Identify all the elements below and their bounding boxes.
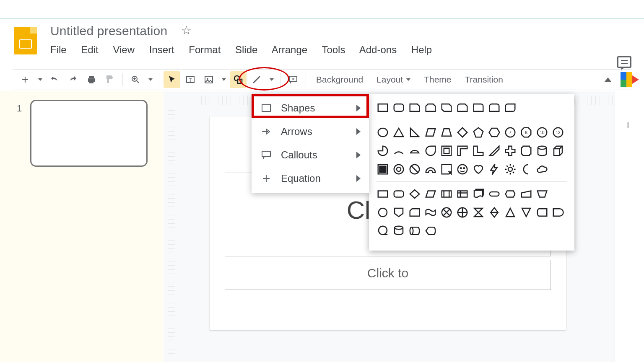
shape-round-one[interactable] bbox=[472, 101, 485, 114]
shape-no-symbol[interactable] bbox=[408, 163, 421, 176]
menu-slide[interactable]: Slide bbox=[235, 44, 257, 55]
menu-file[interactable]: File bbox=[50, 44, 67, 55]
shape-diamond[interactable] bbox=[456, 126, 469, 139]
shape-smiley[interactable] bbox=[456, 163, 469, 176]
shape-snip-round[interactable] bbox=[456, 101, 469, 114]
subtitle-placeholder[interactable]: Click to bbox=[225, 260, 551, 290]
new-slide-button[interactable]: + bbox=[17, 71, 34, 88]
shape-heart[interactable] bbox=[472, 163, 485, 176]
shape-half-frame[interactable] bbox=[456, 145, 469, 157]
shape-fc-card[interactable] bbox=[408, 206, 421, 219]
shape-diag-stripe[interactable] bbox=[488, 145, 501, 157]
shape-fc-collate[interactable] bbox=[472, 206, 485, 219]
shape-fc-manual-op[interactable] bbox=[536, 188, 548, 200]
menu-item-equation[interactable]: Equation bbox=[252, 167, 369, 190]
shape-fc-terminator[interactable] bbox=[488, 188, 501, 200]
star-icon[interactable]: ☆ bbox=[181, 23, 192, 37]
shape-round-top[interactable] bbox=[488, 101, 501, 114]
shape-fc-display[interactable] bbox=[424, 225, 437, 237]
shape-cross[interactable] bbox=[504, 145, 517, 157]
redo-button[interactable] bbox=[65, 71, 81, 88]
shape-fc-magnetic[interactable] bbox=[392, 225, 405, 237]
shape-fc-tape[interactable] bbox=[424, 206, 437, 219]
shape-fc-manual-input[interactable] bbox=[520, 188, 532, 200]
shape-cube[interactable] bbox=[552, 145, 564, 157]
shape-frame[interactable] bbox=[440, 145, 453, 157]
shape-sun[interactable] bbox=[504, 163, 517, 176]
shape-round-diag[interactable] bbox=[504, 101, 517, 114]
comment-button[interactable] bbox=[285, 71, 301, 88]
shape-fc-offpage[interactable] bbox=[392, 206, 405, 219]
shape-can[interactable] bbox=[536, 145, 548, 157]
shape-triangle[interactable] bbox=[392, 126, 405, 139]
shape-fc-direct[interactable] bbox=[408, 225, 421, 237]
shape-chord[interactable] bbox=[408, 145, 421, 157]
shape-fc-preparation[interactable] bbox=[504, 188, 517, 200]
menu-edit[interactable]: Edit bbox=[81, 44, 98, 55]
shape-hexagon[interactable] bbox=[488, 126, 501, 139]
shape-decagon[interactable]: 10 bbox=[536, 126, 548, 139]
shape-folded-corner[interactable] bbox=[440, 163, 453, 176]
menu-tools[interactable]: Tools bbox=[322, 44, 345, 55]
shape-fc-internal[interactable] bbox=[456, 188, 469, 200]
shape-snip-diag[interactable] bbox=[440, 101, 453, 114]
shape-fc-merge[interactable] bbox=[520, 206, 532, 219]
shape-pentagon[interactable] bbox=[472, 126, 485, 139]
print-button[interactable] bbox=[83, 71, 100, 88]
zoom-button[interactable] bbox=[127, 71, 144, 88]
menu-addons[interactable]: Add-ons bbox=[359, 44, 397, 55]
shape-heptagon[interactable]: 7 bbox=[504, 126, 517, 139]
shape-bevel[interactable] bbox=[377, 163, 389, 176]
shape-fc-stored[interactable] bbox=[536, 206, 548, 219]
shape-fc-sum[interactable] bbox=[440, 206, 453, 219]
image-tool[interactable] bbox=[200, 71, 217, 88]
textbox-tool[interactable]: T bbox=[182, 71, 199, 88]
shape-fc-process[interactable] bbox=[377, 188, 389, 200]
shape-snip-corner[interactable] bbox=[408, 101, 421, 114]
shape-fc-data[interactable] bbox=[424, 188, 437, 200]
slide-thumbnail-1[interactable] bbox=[30, 100, 148, 167]
shape-fc-sort[interactable] bbox=[488, 206, 501, 219]
shape-arc[interactable] bbox=[392, 145, 405, 157]
shape-rectangle[interactable] bbox=[377, 101, 389, 114]
shape-tool[interactable] bbox=[230, 71, 247, 88]
background-button[interactable]: Background bbox=[310, 75, 369, 85]
undo-button[interactable] bbox=[46, 71, 63, 88]
image-dropdown[interactable] bbox=[219, 71, 228, 88]
menu-format[interactable]: Format bbox=[189, 44, 221, 55]
line-dropdown[interactable] bbox=[267, 71, 276, 88]
shape-dodecagon[interactable]: 12 bbox=[552, 126, 564, 139]
shape-trapezoid[interactable] bbox=[440, 126, 453, 139]
menu-help[interactable]: Help bbox=[411, 44, 432, 55]
shape-fc-altprocess[interactable] bbox=[392, 188, 405, 200]
shape-rounded-rectangle[interactable] bbox=[392, 101, 405, 114]
line-tool[interactable] bbox=[248, 71, 265, 88]
menu-insert[interactable]: Insert bbox=[149, 44, 174, 55]
shape-octagon[interactable]: 8 bbox=[520, 126, 532, 139]
shape-block-arc[interactable] bbox=[424, 163, 437, 176]
shape-fc-predefined[interactable] bbox=[440, 188, 453, 200]
shape-snip-top[interactable] bbox=[424, 101, 437, 114]
shape-plaque[interactable] bbox=[520, 145, 532, 157]
shape-oval[interactable] bbox=[377, 126, 389, 139]
shape-cloud[interactable] bbox=[536, 163, 548, 176]
shape-teardrop[interactable] bbox=[424, 145, 437, 157]
transition-button[interactable]: Transition bbox=[459, 75, 509, 85]
zoom-dropdown[interactable] bbox=[145, 71, 155, 88]
shape-donut[interactable] bbox=[392, 163, 405, 176]
shape-fc-delay[interactable] bbox=[552, 206, 564, 219]
menu-item-shapes[interactable]: Shapes bbox=[252, 96, 369, 120]
select-tool[interactable] bbox=[164, 71, 180, 88]
shape-right-triangle[interactable] bbox=[408, 126, 421, 139]
shape-l-shape[interactable] bbox=[472, 145, 485, 157]
paint-format-button[interactable] bbox=[101, 71, 118, 88]
new-slide-dropdown[interactable] bbox=[35, 71, 44, 88]
collapse-toolbar-icon[interactable] bbox=[605, 78, 611, 82]
menu-view[interactable]: View bbox=[113, 44, 135, 55]
document-title[interactable]: Untitled presentation bbox=[50, 24, 167, 38]
shape-fc-connector[interactable] bbox=[377, 206, 389, 219]
comments-icon[interactable] bbox=[617, 56, 631, 68]
shape-fc-document2[interactable] bbox=[472, 188, 485, 200]
shape-fc-decision[interactable] bbox=[408, 188, 421, 200]
slides-logo[interactable] bbox=[14, 27, 37, 52]
